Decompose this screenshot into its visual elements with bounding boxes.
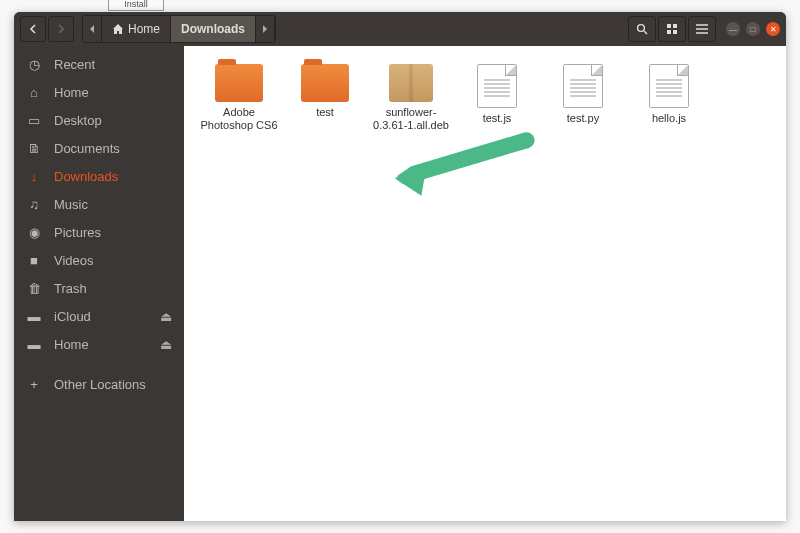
- home-icon: [112, 23, 124, 35]
- breadcrumb-home[interactable]: Home: [102, 16, 171, 42]
- text-file-icon: [649, 64, 689, 108]
- plus-icon: +: [26, 377, 42, 392]
- sidebar-item-label: Videos: [54, 253, 94, 268]
- text-file-icon: [563, 64, 603, 108]
- sidebar-item-home[interactable]: ⌂Home: [14, 78, 184, 106]
- file-item[interactable]: sunflower-0.3.61-1.all.deb: [368, 64, 454, 132]
- camera-icon: ◉: [26, 225, 42, 240]
- sidebar-item-videos[interactable]: ■Videos: [14, 246, 184, 274]
- icon-grid: Adobe Photoshop CS6testsunflower-0.3.61-…: [196, 64, 774, 132]
- desktop-icon: ▭: [26, 113, 42, 128]
- video-icon: ■: [26, 253, 42, 268]
- svg-rect-4: [673, 30, 677, 34]
- svg-point-0: [638, 25, 645, 32]
- sidebar-item-icloud[interactable]: ▬iCloud⏏: [14, 302, 184, 330]
- sidebar-item-label: Home: [54, 85, 89, 100]
- close-icon: ✕: [770, 25, 777, 34]
- eject-icon[interactable]: ⏏: [160, 337, 172, 352]
- grid-view-icon: [666, 23, 678, 35]
- file-manager-window: Home Downloads — □ ✕ ◷Recent⌂Home▭Deskto…: [14, 12, 786, 521]
- file-item[interactable]: hello.js: [626, 64, 712, 132]
- sidebar-item-pictures[interactable]: ◉Pictures: [14, 218, 184, 246]
- sidebar-item-home[interactable]: ▬Home⏏: [14, 330, 184, 358]
- folder-icon: [215, 64, 263, 102]
- triangle-right-icon: [262, 25, 268, 33]
- sidebar-item-label: Downloads: [54, 169, 118, 184]
- sidebar-item-label: Recent: [54, 57, 95, 72]
- forward-button[interactable]: [48, 16, 74, 42]
- eject-icon[interactable]: ⏏: [160, 309, 172, 324]
- view-grid-button[interactable]: [658, 16, 686, 42]
- sidebar-item-label: Trash: [54, 281, 87, 296]
- svg-rect-1: [667, 24, 671, 28]
- sidebar-item-label: Other Locations: [54, 377, 146, 392]
- file-item[interactable]: test: [282, 64, 368, 132]
- drive-icon: ▬: [26, 337, 42, 352]
- back-button[interactable]: [20, 16, 46, 42]
- sidebar-item-label: Home: [54, 337, 89, 352]
- file-name: sunflower-0.3.61-1.all.deb: [371, 106, 451, 132]
- header-bar: Home Downloads — □ ✕: [14, 12, 786, 46]
- document-icon: 🗎: [26, 141, 42, 156]
- search-button[interactable]: [628, 16, 656, 42]
- sidebar-item-label: Pictures: [54, 225, 101, 240]
- sidebar-item-label: Desktop: [54, 113, 102, 128]
- breadcrumb-label: Home: [128, 22, 160, 36]
- file-name: test: [316, 106, 334, 119]
- file-item[interactable]: test.py: [540, 64, 626, 132]
- places-sidebar: ◷Recent⌂Home▭Desktop🗎Documents↓Downloads…: [14, 46, 184, 521]
- minimize-button[interactable]: —: [726, 22, 740, 36]
- content-pane[interactable]: Adobe Photoshop CS6testsunflower-0.3.61-…: [184, 46, 786, 521]
- folder-icon: [301, 64, 349, 102]
- path-overflow-right[interactable]: [256, 16, 275, 42]
- breadcrumb-current[interactable]: Downloads: [171, 16, 256, 42]
- triangle-left-icon: [89, 25, 95, 33]
- clock-icon: ◷: [26, 57, 42, 72]
- svg-rect-2: [673, 24, 677, 28]
- minimize-icon: —: [729, 25, 737, 34]
- sidebar-item-label: Documents: [54, 141, 120, 156]
- sidebar-item-other-locations[interactable]: +Other Locations: [14, 370, 184, 398]
- path-bar: Home Downloads: [82, 15, 276, 43]
- svg-rect-3: [667, 30, 671, 34]
- text-file-icon: [477, 64, 517, 108]
- sidebar-item-recent[interactable]: ◷Recent: [14, 50, 184, 78]
- download-icon: ↓: [26, 169, 42, 184]
- breadcrumb-label: Downloads: [181, 22, 245, 36]
- path-overflow-left[interactable]: [83, 16, 102, 42]
- chevron-right-icon: [57, 24, 65, 34]
- chevron-left-icon: [29, 24, 37, 34]
- sidebar-item-downloads[interactable]: ↓Downloads: [14, 162, 184, 190]
- close-button[interactable]: ✕: [766, 22, 780, 36]
- hamburger-icon: [696, 24, 708, 34]
- file-item[interactable]: test.js: [454, 64, 540, 132]
- sidebar-item-documents[interactable]: 🗎Documents: [14, 134, 184, 162]
- drive-icon: ▬: [26, 309, 42, 324]
- ui-fragment: Install: [108, 0, 164, 11]
- search-icon: [636, 23, 648, 35]
- file-name: test.js: [483, 112, 512, 125]
- file-name: hello.js: [652, 112, 686, 125]
- maximize-icon: □: [751, 25, 756, 34]
- home-icon: ⌂: [26, 85, 42, 100]
- hamburger-menu-button[interactable]: [688, 16, 716, 42]
- file-name: Adobe Photoshop CS6: [199, 106, 279, 132]
- music-icon: ♫: [26, 197, 42, 212]
- sidebar-item-trash[interactable]: 🗑Trash: [14, 274, 184, 302]
- trash-icon: 🗑: [26, 281, 42, 296]
- file-item[interactable]: Adobe Photoshop CS6: [196, 64, 282, 132]
- sidebar-item-music[interactable]: ♫Music: [14, 190, 184, 218]
- file-name: test.py: [567, 112, 599, 125]
- package-icon: [389, 64, 433, 102]
- sidebar-item-label: iCloud: [54, 309, 91, 324]
- sidebar-item-desktop[interactable]: ▭Desktop: [14, 106, 184, 134]
- sidebar-item-label: Music: [54, 197, 88, 212]
- maximize-button[interactable]: □: [746, 22, 760, 36]
